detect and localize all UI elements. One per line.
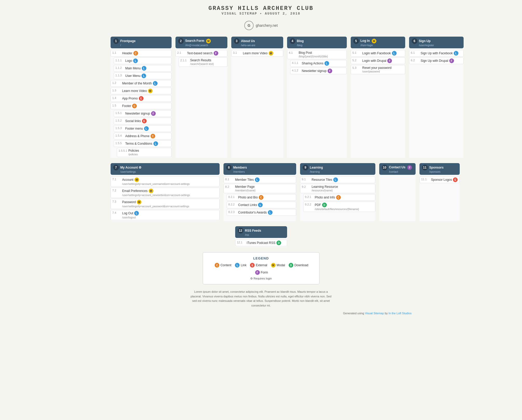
item-7-2: 7.2 Email Preferences M /user/settings#p… (111, 188, 220, 198)
item-5-3: 5.3 Reset your password /user/password (351, 65, 405, 74)
s12-title: RSS Feeds (245, 229, 261, 232)
section-1: 1 Frontpage / 1.1 Header C 1.1.1 Logo L (111, 37, 172, 158)
s9-path: /learning (310, 170, 373, 173)
item-9-2-2: 9.2.2 PDF D /sites/default/files/resourc… (303, 202, 375, 212)
s8-title: Members (233, 166, 247, 169)
item-1-2: 1.2 Member of the Month L (111, 80, 172, 87)
item-5-1: 5.1 Login with Facebook L (351, 50, 405, 57)
item-9-2-1: 9.2.1 Photo and Info C (303, 194, 375, 201)
site-title-block: GRASSY HILLS ARCHERY CLUB VISUAL SITEMAP… (111, 5, 412, 16)
item-1-3: 1.3 Learn more Video M (111, 88, 172, 94)
s2-title: Search Form M (185, 39, 211, 43)
section-6: 6 Sign Up /user/register 6.1 Sign Up wit… (409, 37, 464, 158)
section-7: 7 My Account ⚙ /user/settings 7.1 Accoun… (111, 163, 220, 221)
s6-path: /user/register (419, 44, 461, 47)
s9-num: 9 (303, 165, 308, 170)
s8-path: /members (233, 170, 294, 173)
item-4-1-1: 4.1.1 Sharing Actions L (290, 60, 347, 67)
item-11-1: 11.1 Sponsor Logos E (419, 176, 460, 183)
bottom-sections-grid: 7 My Account ⚙ /user/settings 7.1 Accoun… (111, 163, 412, 221)
legend-external: E External (249, 263, 267, 268)
site-title: GRASSY HILLS ARCHERY CLUB (111, 5, 412, 12)
item-1-5-5-1: 1.5.5.1 Policies /policies (117, 148, 172, 157)
s4-num: 4 (290, 38, 295, 44)
item-7-4: 7.4 Log Out L /user/logout (111, 210, 220, 220)
s11-title: Sponsors (429, 166, 444, 169)
s10-path: /contact (389, 170, 413, 173)
item-2-1-1: 2.1.1 Search Results /search/{search tex… (179, 57, 227, 67)
rss-section-row: 12 RSS Feeds /rss 12.1 iTunes Podcast RS… (111, 226, 412, 247)
s7-num: 7 (113, 165, 119, 170)
footer-credit: Generated using Visual Sitemap by In the… (111, 312, 412, 315)
s6-num: 6 (412, 38, 417, 44)
top-sections-grid: 1 Frontpage / 1.1 Header C 1.1.1 Logo L (111, 37, 412, 158)
item-3-1: 3.1 Learn more Video M (231, 50, 283, 57)
item-6-1: 6.1 Sign Up with Facebook L (409, 50, 464, 57)
item-1-1-2: 1.1.2 Main Menu L (114, 65, 172, 72)
item-12-1: 12.1 iTunes Podcast RSS D (235, 239, 287, 246)
legend-content: C Content (214, 263, 231, 268)
s12-path: /rss (245, 234, 284, 236)
s2-num: 2 (178, 38, 184, 44)
s5-title: Log In M (361, 39, 376, 43)
footer-lorem: Lorem ipsum dolor sit amet, consectetur … (190, 290, 333, 308)
visual-sitemap-link[interactable]: Visual Sitemap (365, 312, 384, 315)
s4-path: /blog (297, 44, 344, 47)
legend-note: ⚙ Requires login (208, 277, 314, 280)
s5-path: /#sm=login (361, 44, 403, 47)
domain-initial: G (244, 21, 254, 30)
section-5: 5 Log In M /#sm=login 5.1 Login with Fac… (351, 37, 405, 158)
item-8-1: 8.1 Member Tiles L (223, 176, 296, 183)
item-1-1: 1.1 Header C (111, 50, 172, 57)
item-7-1: 7.1 Account M /user/settings#p=account_u… (111, 176, 220, 187)
s6-title: Sign Up (419, 39, 431, 43)
s1-title: Frontpage (120, 39, 136, 43)
legend-form: F Form (254, 270, 268, 275)
s10-title: Contact Us F (389, 165, 412, 170)
domain-badge: G gharchery.net (111, 21, 412, 30)
section-11: 11 Sponsors /sponsors 11.1 Sponsor Logos… (419, 163, 460, 221)
s9-title: Learning (310, 166, 323, 169)
item-9-2: 9.2 Learning Resource /resources/{name} (300, 184, 375, 193)
s5-num: 5 (353, 38, 359, 44)
item-1-5-1: 1.5.1 Newsletter signup F (114, 110, 172, 117)
item-8-2-2: 8.2.2 Contact Links L (227, 202, 296, 208)
item-4-1-2: 4.1.2 Newsletter signup F (290, 68, 347, 74)
s2-path: /#m[]=modal,search (185, 44, 225, 47)
section-9: 9 Learning /learning 9.1 Resource Tiles … (300, 163, 375, 221)
legend-box: LEGEND C Content L Link E External M Mod… (203, 252, 320, 284)
section-3: 3 About Us /who-we-are 3.1 Learn more Vi… (231, 37, 283, 158)
s3-path: /who-we-are (241, 44, 281, 47)
item-8-2: 8.2 Member Page /members/{name} (223, 184, 296, 193)
item-4-1: 4.1 Blog Post /blog/{year}/{month}/{titl… (287, 50, 347, 59)
s1-path: / (120, 44, 169, 47)
legend-items: C Content L Link E External M Modal D Do… (208, 263, 314, 275)
s11-path: /sponsors (429, 170, 457, 173)
s3-title: About Us (241, 39, 255, 43)
legend-download: D Download (288, 263, 308, 268)
item-6-2: 6.2 Sign Up with Drupal F (409, 57, 464, 64)
s7-title: My Account ⚙ (120, 166, 142, 169)
item-1-5-3: 1.5.3 Footer menu L (114, 125, 172, 132)
item-7-3: 7.3 Password M /user/settings#p=account_… (111, 199, 220, 209)
section-4: 4 Blog /blog 4.1 Blog Post /blog/{year}/… (287, 37, 347, 158)
legend-modal: M Modal (270, 263, 285, 268)
section-2: 2 Search Form M /#m[]=modal,search 2.1 T… (175, 37, 227, 158)
s10-num: 10 (382, 165, 388, 170)
section-8: 8 Members /members 8.1 Member Tiles L 8.… (223, 163, 296, 221)
item-1-5: 1.5 Footer C (111, 103, 172, 109)
s1-num: 1 (113, 38, 119, 44)
item-1-5-4: 1.5.4 Address & Phone C (114, 133, 172, 139)
item-2-1: 2.1 Text-based search F (175, 50, 227, 57)
domain-url: gharchery.net (256, 23, 278, 28)
s4-title: Blog (297, 39, 304, 43)
s7-path: /user/settings (120, 170, 217, 173)
legend-title: LEGEND (208, 256, 314, 260)
item-8-2-1: 8.2.1 Photo and Bio C (227, 194, 296, 201)
s8-num: 8 (226, 165, 232, 170)
item-9-1: 9.1 Resource Tiles L (300, 176, 375, 183)
loft-studios-link[interactable]: In the Loft Studios (389, 312, 412, 315)
item-1-5-2: 1.5.2 Social links E (114, 118, 172, 124)
section-12: 12 RSS Feeds /rss 12.1 iTunes Podcast RS… (235, 226, 287, 247)
item-5-2: 5.2 Login with Drupal F (351, 57, 405, 64)
